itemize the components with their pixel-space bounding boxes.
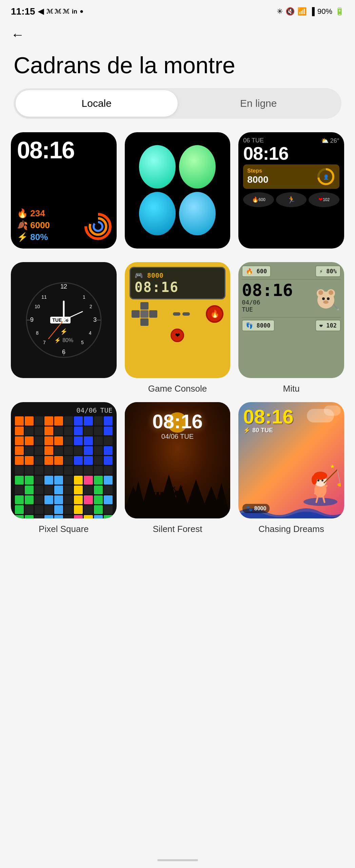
- watch-face-bubbles[interactable]: [125, 132, 231, 249]
- wf6-bottom-right: ❤ 102: [315, 320, 341, 331]
- watch-face-grid: 08:16 🔥 234 🍂 6000 ⚡ 80%: [0, 132, 355, 534]
- battery-percentage: 90%: [317, 7, 332, 16]
- mute-icon: 🔇: [285, 7, 295, 16]
- tab-switcher: Locale En ligne: [14, 88, 341, 119]
- watch-item-1[interactable]: [125, 132, 231, 254]
- wf5-controls: 🔥: [130, 302, 226, 326]
- wf3-icon-calories: 🔥600: [243, 192, 274, 207]
- svg-text:3: 3: [93, 316, 97, 323]
- watch-face-mitu[interactable]: 🔥 600 ⚡ 80% 08:16 04/06 TUE: [238, 262, 344, 378]
- svg-line-39: [333, 304, 338, 310]
- svg-text:TUE 06: TUE 06: [52, 317, 68, 323]
- wf6-top-left: 🔥 600: [242, 265, 271, 277]
- svg-rect-65: [156, 492, 159, 497]
- wf2-digit-5: [139, 192, 176, 235]
- svg-text:⚡: ⚡: [60, 328, 68, 335]
- wf2-digit-8: [179, 145, 216, 189]
- svg-line-54: [175, 508, 176, 512]
- svg-rect-67: [164, 492, 167, 497]
- tab-online[interactable]: En ligne: [178, 90, 340, 117]
- wf3-weather: ⛅ 26°: [321, 137, 339, 144]
- wf9-character: ★: [300, 463, 341, 508]
- wf6-divider: [242, 279, 341, 280]
- time-display: 11:15: [11, 6, 35, 17]
- svg-point-77: [337, 483, 341, 487]
- wifi-icon: 📶: [297, 7, 307, 16]
- tab-local[interactable]: Locale: [16, 90, 178, 117]
- bluetooth-icon: ✳: [277, 7, 283, 16]
- wf6-main: 08:16 04/06 TUE: [242, 282, 341, 315]
- wf8-trees-svg: [125, 468, 231, 518]
- wf7-pixel-grid: [15, 416, 113, 518]
- carrier-icons: ℳ ℳ ℳ: [46, 8, 69, 15]
- watch-label-6: Pixel Square: [39, 524, 88, 534]
- wf1-time: 08:16: [17, 138, 111, 162]
- watch-face-analog[interactable]: 12 3 6 9 1 2 4 5 7 8 10 11 TUE 06: [11, 262, 117, 378]
- watch-face-chasing-dreams[interactable]: 08:16 ⚡ 80 TUE: [238, 402, 344, 518]
- wf6-time: 08:16: [242, 282, 293, 299]
- back-button[interactable]: ←: [0, 20, 35, 46]
- wf2-digit-0: [139, 145, 176, 189]
- svg-point-38: [323, 300, 329, 304]
- wf2-digit-6: [179, 192, 216, 235]
- battery-icon: 🔋: [335, 7, 344, 16]
- svg-text:8: 8: [36, 330, 39, 336]
- watch-face-silent-forest[interactable]: 08:16 04/06 TUE: [125, 402, 231, 518]
- home-indicator: [157, 859, 198, 861]
- svg-rect-66: [160, 492, 163, 497]
- status-right: ✳ 🔇 📶 ▐ 90% 🔋: [277, 7, 344, 16]
- wf1-ring-chart: [83, 211, 113, 242]
- watch-item-4[interactable]: 🎮 8000 08:16: [125, 262, 231, 394]
- wf9-char-svg: ★: [300, 463, 341, 507]
- watch-item-6[interactable]: 04/06 TUE: [11, 402, 117, 534]
- wf8-time: 08:16: [125, 412, 231, 431]
- wf5-fire-button[interactable]: 🔥: [206, 305, 223, 323]
- wf6-top-row: 🔥 600 ⚡ 80%: [242, 265, 341, 277]
- watch-face-game-console[interactable]: 🎮 8000 08:16: [125, 262, 231, 378]
- watch-item-2[interactable]: 06 TUE 08:16 ⛅ 26° Steps 8000 👤 🔥600 🏃: [238, 132, 344, 254]
- watch-face-bold-black[interactable]: 08:16 🔥 234 🍂 6000 ⚡ 80%: [11, 132, 117, 249]
- wf9-time: 08:16: [243, 407, 339, 427]
- svg-text:2: 2: [90, 304, 92, 309]
- wf3-arc-chart: 👤: [316, 167, 335, 186]
- wf7-day: TUE: [100, 406, 113, 414]
- svg-point-2: [94, 222, 102, 231]
- page-title: Cadrans de la montre: [0, 46, 355, 88]
- wf6-day: TUE: [242, 306, 293, 313]
- svg-text:4: 4: [89, 330, 92, 336]
- svg-text:⚡ 80%: ⚡ 80%: [54, 337, 73, 343]
- wf8-date: 04/06 TUE: [125, 433, 231, 440]
- watch-label-8: Chasing Dreams: [258, 524, 324, 534]
- wf5-screen: 🎮 8000 08:16: [130, 267, 226, 299]
- watch-item-8[interactable]: 08:16 ⚡ 80 TUE: [238, 402, 344, 534]
- watch-face-pixel-square[interactable]: 04/06 TUE: [11, 402, 117, 518]
- wf6-mascot-area: [311, 282, 341, 315]
- wf3-icon-heart: ❤102: [309, 192, 339, 207]
- wf6-bottom-left: 👣 8000: [242, 320, 274, 331]
- watch-item-5[interactable]: 🔥 600 ⚡ 80% 08:16 04/06 TUE: [238, 262, 344, 394]
- wf9-info: ⚡ 80 TUE: [243, 427, 339, 434]
- status-left: 11:15 ◀ ℳ ℳ ℳ in •: [11, 6, 83, 17]
- svg-point-68: [303, 498, 337, 506]
- svg-text:10: 10: [35, 304, 40, 309]
- svg-marker-47: [186, 479, 206, 508]
- svg-line-59: [174, 487, 175, 489]
- svg-point-73: [317, 479, 319, 481]
- svg-point-37: [327, 297, 330, 300]
- dot-icon: •: [80, 6, 83, 17]
- svg-text:5: 5: [81, 340, 84, 345]
- watch-item-7[interactable]: 08:16 04/06 TUE: [125, 402, 231, 534]
- svg-rect-41: [125, 508, 231, 518]
- svg-line-22: [64, 312, 82, 320]
- svg-text:7: 7: [43, 340, 46, 345]
- wf3-time: 08:16: [243, 144, 288, 162]
- watch-face-steps[interactable]: 06 TUE 08:16 ⛅ 26° Steps 8000 👤 🔥600 🏃: [238, 132, 344, 249]
- svg-point-24: [62, 318, 65, 322]
- watch-item-3[interactable]: 12 3 6 9 1 2 4 5 7 8 10 11 TUE 06: [11, 262, 117, 394]
- svg-point-36: [322, 297, 325, 300]
- watch-label-5: Mitu: [283, 383, 300, 394]
- watch-item-0[interactable]: 08:16 🔥 234 🍂 6000 ⚡ 80%: [11, 132, 117, 254]
- wf5-heart-row: ❤: [130, 329, 226, 342]
- svg-line-55: [179, 508, 180, 512]
- status-bar: 11:15 ◀ ℳ ℳ ℳ in • ✳ 🔇 📶 ▐ 90% 🔋: [0, 0, 355, 20]
